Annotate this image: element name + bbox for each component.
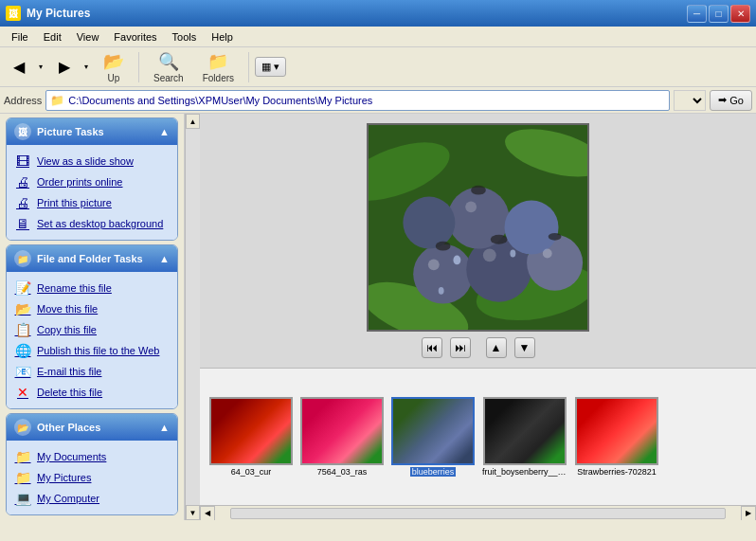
minimize-button[interactable]: ─ [687,5,707,23]
address-folder-icon: 📁 [50,94,64,107]
svg-point-17 [491,235,508,244]
main-image-area: ⏮ ⏭ ▲ ▼ [200,114,756,369]
thumb-img-3 [483,397,567,465]
svg-point-11 [505,200,559,254]
picture-tasks-header[interactable]: 🖼 Picture Tasks ▲ [7,118,177,145]
my-computer-item[interactable]: 💻 My Computer [10,488,173,509]
desktop-bg-label: Set as desktop background [37,218,163,229]
title-bar: 🖼 My Pictures ─ □ ✕ [0,0,756,27]
address-field[interactable]: 📁 C:\Documents and Settings\XPMUser\My D… [45,90,670,111]
copy-file-icon: 📋 [14,322,31,337]
my-pictures-item[interactable]: 📁 My Pictures [10,467,173,488]
menu-tools[interactable]: Tools [165,29,205,45]
prev-button[interactable]: ⏮ [422,337,442,358]
back-button[interactable]: ◀ [4,53,34,81]
scroll-track[interactable] [230,508,726,519]
sidebar-scroll-up[interactable]: ▲ [186,114,200,129]
sidebar-scroll-down[interactable]: ▼ [186,505,200,520]
file-tasks-title: File and Folder Tasks [37,253,143,264]
picture-tasks-body: 🎞 View as a slide show 🖨 Order prints on… [7,145,177,240]
email-file-item[interactable]: 📧 E-mail this file [10,361,173,382]
back-dropdown[interactable]: ▾ [34,53,47,81]
maximize-button[interactable]: □ [709,5,729,23]
my-pictures-label: My Pictures [37,472,91,483]
red-berries-bg [211,399,291,463]
up-icon: 📂 [103,51,124,72]
menu-help[interactable]: Help [204,29,241,45]
thumb-0[interactable]: 64_03_cur [207,395,295,478]
other-places-collapse-icon: ▲ [159,422,170,433]
thumb-label-4: Strawberries-702821 [577,467,657,477]
print-picture-item[interactable]: 🖨 Print this picture [10,192,173,213]
file-tasks-header[interactable]: 📁 File and Folder Tasks ▲ [7,245,177,272]
thumb-1[interactable]: 7564_03_ras [298,395,386,478]
address-bar: Address 📁 C:\Documents and Settings\XPMU… [0,87,756,114]
size-up-button[interactable]: ▲ [486,337,507,358]
svg-point-14 [543,249,552,259]
move-file-item[interactable]: 📂 Move this file [10,298,173,319]
desktop-bg-item[interactable]: 🖥 Set as desktop background [10,213,173,234]
scroll-left-button[interactable]: ◀ [200,506,215,521]
copy-file-item[interactable]: 📋 Copy this file [10,319,173,340]
slideshow-item[interactable]: 🎞 View as a slide show [10,151,173,171]
thumb-img-1 [300,397,384,465]
thumb-4[interactable]: Strawberries-702821 [573,395,660,478]
file-tasks-icon: 📁 [14,250,31,267]
other-places-header[interactable]: 📂 Other Places ▲ [7,414,177,441]
move-file-icon: 📂 [14,301,31,316]
thumb-3[interactable]: fruit_boysenberry__5... [480,395,569,478]
publish-file-item[interactable]: 🌐 Publish this file to the Web [10,340,173,361]
rename-file-item[interactable]: 📝 Rename this file [10,278,173,298]
address-path: C:\Documents and Settings\XPMUser\My Doc… [68,95,665,106]
up-label: Up [108,73,120,83]
go-button[interactable]: ➡ Go [710,90,752,111]
close-button[interactable]: ✕ [730,5,750,23]
menu-bar: File Edit View Favorites Tools Help [0,27,756,47]
file-tasks-collapse-icon: ▲ [159,253,170,264]
content-area: ⏮ ⏭ ▲ ▼ 64_03_cur 7564_03_ras [200,114,756,520]
go-arrow-icon: ➡ [718,94,727,106]
thumb-label-3: fruit_boysenberry__5... [482,467,567,477]
thumbnails-area: 64_03_cur 7564_03_ras blueberries fruit_… [200,369,756,505]
folders-button[interactable]: 📁 Folders [194,47,243,87]
order-prints-item[interactable]: 🖨 Order prints online [10,171,173,192]
svg-point-16 [436,242,451,251]
delete-file-icon: ✕ [14,385,31,400]
strawberries-bg [577,399,657,463]
my-pictures-icon: 📁 [14,470,31,485]
toolbar: ◀ ▾ ▶ ▾ 📂 Up 🔍 Search 📁 Folders ▦ ▾ [0,47,756,87]
delete-file-item[interactable]: ✕ Delete this file [10,382,173,403]
menu-edit[interactable]: Edit [36,29,69,45]
back-forward-group: ◀ ▾ [4,53,47,81]
thumb-label-2: blueberries [410,467,457,477]
forward-button[interactable]: ▶ [49,53,80,81]
next-button[interactable]: ⏭ [450,337,471,358]
delete-file-label: Delete this file [37,387,102,398]
raspberries-bg [302,399,382,463]
window-controls: ─ □ ✕ [687,5,750,23]
toolbar-separator-1 [138,52,139,82]
sidebar-scroll-track [186,129,200,505]
scroll-right-button[interactable]: ▶ [741,506,756,521]
thumb-2[interactable]: blueberries [389,395,477,478]
views-button[interactable]: ▦ ▾ [255,57,286,77]
search-label: Search [153,73,184,83]
views-label: ▾ [274,61,279,73]
address-dropdown[interactable] [674,90,706,111]
window-title: My Pictures [27,7,90,20]
thumb-img-4 [575,397,658,465]
svg-point-18 [549,233,562,241]
my-documents-item[interactable]: 📁 My Documents [10,446,173,467]
svg-point-19 [471,186,486,195]
print-picture-label: Print this picture [37,197,112,208]
size-down-button[interactable]: ▼ [514,337,535,358]
menu-file[interactable]: File [4,29,36,45]
menu-view[interactable]: View [69,29,107,45]
search-button[interactable]: 🔍 Search [145,47,192,87]
slideshow-label: View as a slide show [37,155,134,167]
forward-dropdown[interactable]: ▾ [80,53,93,81]
svg-point-13 [483,249,496,262]
up-button[interactable]: 📂 Up [95,47,133,87]
menu-favorites[interactable]: Favorites [106,29,164,45]
sidebar-scrollbar[interactable]: ▲ ▼ [185,114,200,520]
